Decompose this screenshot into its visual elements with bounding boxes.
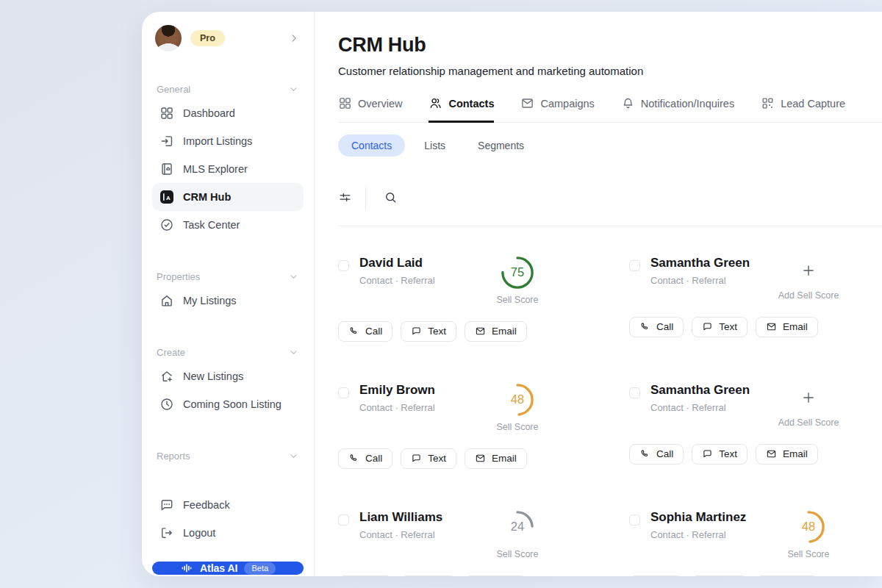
- sidebar-section-header[interactable]: Properties: [152, 271, 304, 282]
- contact-meta: Contact · Referral: [359, 402, 435, 413]
- contact-actions: CallTextEmail: [629, 444, 872, 465]
- text-button[interactable]: Text: [692, 576, 747, 577]
- phone-icon: [639, 448, 650, 459]
- contact-checkbox[interactable]: [629, 260, 640, 271]
- tab-contacts[interactable]: Contacts: [429, 96, 494, 123]
- home-icon: [159, 293, 174, 308]
- contact-checkbox[interactable]: [338, 514, 349, 526]
- tab-label: Lead Capture: [781, 98, 845, 110]
- chevron-right-icon[interactable]: [287, 32, 301, 45]
- logout-icon: [159, 526, 174, 540]
- subtab-contacts[interactable]: Contacts: [338, 135, 405, 157]
- add-sell-score-label: Add Sell Score: [773, 290, 844, 301]
- email-button[interactable]: Email: [756, 576, 818, 577]
- subtab-label: Contacts: [351, 140, 392, 151]
- contact-checkbox[interactable]: [629, 514, 640, 526]
- sidebar-item-feedback[interactable]: Feedback: [152, 491, 304, 519]
- email-button[interactable]: Email: [756, 317, 818, 337]
- text-button[interactable]: Text: [692, 444, 747, 465]
- sell-score-widget: Add Sell Score: [773, 383, 844, 428]
- clock-icon: [159, 397, 174, 412]
- subtab-label: Lists: [424, 140, 445, 151]
- sell-score-ring: 75: [501, 256, 534, 290]
- sidebar-item-logout[interactable]: Logout: [152, 519, 304, 547]
- contact-name: Samantha Green: [650, 383, 750, 398]
- subtab-lists[interactable]: Lists: [411, 135, 459, 157]
- tab-notification-inquires[interactable]: Notification/Inquires: [621, 96, 734, 123]
- contact-checkbox[interactable]: [629, 387, 640, 398]
- sidebar-item-coming-soon-listing[interactable]: Coming Soon Listing: [152, 390, 304, 418]
- contact-checkbox[interactable]: [338, 260, 349, 271]
- text-button[interactable]: Text: [692, 317, 747, 337]
- call-button[interactable]: Call: [629, 444, 684, 465]
- contact-checkbox[interactable]: [338, 387, 349, 398]
- tab-lead-capture[interactable]: Lead Capture: [761, 96, 845, 123]
- sidebar-section-header[interactable]: Reports: [152, 451, 304, 462]
- home-plus-icon: [159, 369, 174, 384]
- profile-row: Pro: [152, 25, 304, 51]
- atlas-ai-button[interactable]: Atlas AI Beta: [152, 562, 304, 575]
- add-sell-score-button[interactable]: [792, 256, 825, 285]
- subtab-label: Segments: [478, 140, 524, 151]
- contact-meta: Contact · Referral: [650, 402, 750, 413]
- contact-name: Emily Brown: [359, 383, 435, 398]
- app-window: Pro General Dashboard Import Listings ML…: [142, 12, 882, 576]
- subtab-segments[interactable]: Segments: [465, 135, 537, 157]
- text-button[interactable]: Text: [401, 321, 456, 342]
- email-button[interactable]: Email: [465, 576, 527, 577]
- sidebar-item-mls-explorer[interactable]: MLS Explorer: [152, 155, 304, 183]
- dashboard-grid-icon: [159, 106, 174, 121]
- call-button[interactable]: Call: [338, 448, 392, 469]
- text-button[interactable]: Text: [401, 576, 456, 577]
- call-button[interactable]: Call: [338, 321, 392, 342]
- contact-card: Liam Williams Contact · Referral 24Sell …: [338, 510, 581, 577]
- email-button[interactable]: Email: [465, 448, 527, 469]
- sidebar-item-label: Task Center: [183, 219, 240, 231]
- call-button[interactable]: Call: [629, 317, 684, 337]
- tab-campaigns[interactable]: Campaigns: [520, 96, 594, 123]
- sidebar-item-task-center[interactable]: Task Center: [152, 211, 304, 239]
- subtabs-row: Contacts Lists Segments: [338, 135, 882, 157]
- text-button[interactable]: Text: [401, 448, 456, 469]
- sell-score-widget: 48Sell Score: [482, 383, 553, 432]
- tab-label: Overview: [358, 98, 402, 110]
- contact-actions: CallTextEmail: [338, 448, 581, 469]
- search-icon[interactable]: [384, 190, 398, 204]
- sidebar-section-header[interactable]: General: [152, 84, 304, 95]
- crm-logo-icon: A: [159, 190, 174, 204]
- sidebar-item-crm-hub[interactable]: A CRM Hub: [152, 183, 304, 211]
- call-button[interactable]: Call: [338, 576, 392, 577]
- chevron-down-icon: [288, 451, 299, 462]
- contact-meta: Contact · Referral: [650, 529, 746, 540]
- import-icon: [159, 134, 174, 148]
- page-subtitle: Customer relationship management and mar…: [338, 65, 882, 77]
- sidebar-item-new-listings[interactable]: New Listings: [152, 362, 304, 390]
- email-button[interactable]: Email: [756, 444, 818, 465]
- chat-icon: [411, 453, 422, 464]
- add-sell-score-button[interactable]: [792, 383, 825, 412]
- pro-badge: Pro: [190, 30, 225, 47]
- sidebar-item-import-listings[interactable]: Import Listings: [152, 127, 304, 155]
- section-label: Create: [157, 347, 185, 358]
- tab-overview[interactable]: Overview: [338, 96, 402, 123]
- call-button[interactable]: Call: [629, 576, 684, 577]
- atlas-ai-label: Atlas AI: [200, 562, 238, 574]
- contact-actions: CallTextEmail: [338, 576, 581, 577]
- sidebar-section-header[interactable]: Create: [152, 347, 304, 358]
- email-icon: [475, 326, 486, 337]
- sell-score-ring: 48: [501, 383, 534, 417]
- tab-label: Contacts: [448, 98, 494, 110]
- email-button[interactable]: Email: [465, 321, 527, 342]
- user-avatar[interactable]: [155, 25, 182, 51]
- sidebar-item-dashboard[interactable]: Dashboard: [152, 99, 304, 127]
- grid-icon: [338, 96, 352, 110]
- phone-icon: [348, 453, 359, 464]
- contact-card: David Laid Contact · Referral 75Sell Sco…: [338, 256, 581, 342]
- contacts-grid: David Laid Contact · Referral 75Sell Sco…: [338, 226, 882, 577]
- sidebar-item-label: MLS Explorer: [183, 163, 248, 175]
- sidebar-item-label: My Listings: [183, 295, 237, 306]
- sidebar-item-my-listings[interactable]: My Listings: [152, 287, 304, 315]
- filter-sliders-icon[interactable]: [338, 190, 352, 204]
- people-icon: [429, 96, 442, 110]
- plus-icon: [800, 262, 817, 279]
